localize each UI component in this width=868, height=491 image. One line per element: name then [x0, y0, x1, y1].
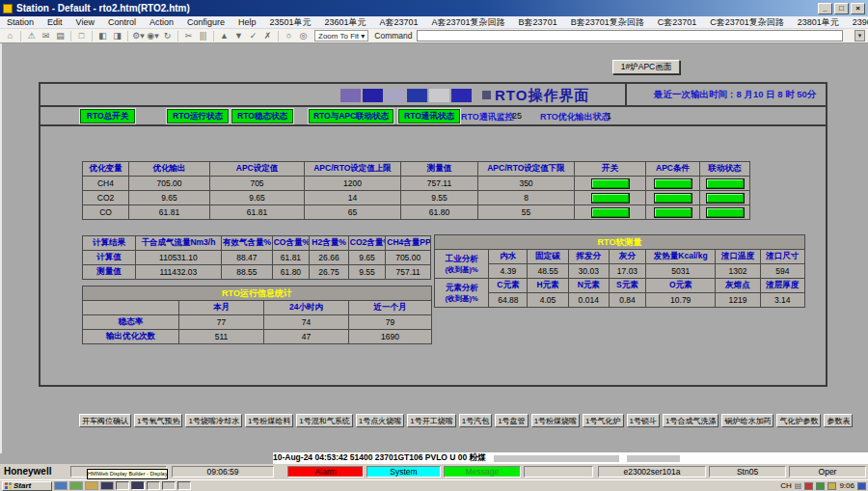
- status-square-3: [385, 89, 405, 102]
- quicklaunch-app-icon[interactable]: [100, 481, 114, 490]
- nav-bfw-dosing-button[interactable]: 锅炉给水加药: [721, 414, 773, 427]
- tray-network-icon[interactable]: [816, 482, 825, 490]
- gear-dropdown-icon[interactable]: ⚙▾: [132, 31, 145, 41]
- nav-gasifier-button[interactable]: 1号气化炉: [583, 414, 623, 427]
- menu-unit-23801[interactable]: 23801单元: [791, 16, 846, 29]
- close-button[interactable]: ×: [851, 3, 865, 14]
- taskbar-app-button[interactable]: [162, 481, 176, 490]
- command-label: Command: [374, 31, 412, 41]
- zoom-select[interactable]: Zoom To Fit ▾: [314, 30, 368, 41]
- lower-icon[interactable]: ▼: [232, 31, 245, 41]
- nav-coil-button[interactable]: 1号盘管: [495, 414, 528, 427]
- taskbar-app-button[interactable]: [147, 481, 160, 490]
- rto-steady-status-button[interactable]: RTO稳态状态: [231, 109, 293, 123]
- col-header: O元素: [646, 279, 716, 293]
- table-row: 稳态率 77 74 79: [83, 315, 432, 330]
- menu-unit-23901[interactable]: 23901单元: [846, 16, 868, 29]
- nav-burner-cooling-button[interactable]: 1号烧嘴冷却水: [185, 414, 241, 427]
- alarm-banner[interactable]: 10-Aug-24 04:53:42 51400 23701GT106 PVLO…: [273, 452, 868, 464]
- nav-startup-burner-button[interactable]: 1号开工烧嘴: [407, 414, 455, 427]
- switch-indicator[interactable]: [591, 178, 630, 189]
- nav-mixed-gas-button[interactable]: 1号混和气系统: [296, 414, 352, 427]
- switch-indicator[interactable]: [591, 207, 630, 218]
- switch-indicator[interactable]: [591, 193, 630, 204]
- menu-action[interactable]: Action: [143, 17, 180, 27]
- nav-coal-burner-button[interactable]: 1号粉煤烧嘴: [531, 414, 580, 427]
- menu-a-23701[interactable]: A套23701: [373, 16, 425, 29]
- furnace1-apc-screen-button[interactable]: 1#炉APC画面: [612, 60, 680, 74]
- optimization-table: 优化变量 优化输出 APC设定值 APC/RTO设定值上限 测量值 APC/RT…: [82, 161, 750, 220]
- tray-display-icon[interactable]: [857, 482, 866, 490]
- cancel-icon[interactable]: ✗: [261, 31, 274, 41]
- alarm-zone-button[interactable]: Alarm: [287, 466, 364, 477]
- find-icon[interactable]: ◎: [297, 31, 310, 41]
- col-header: 计算结果: [83, 236, 136, 251]
- command-input[interactable]: [417, 30, 843, 41]
- quicklaunch-folder-icon[interactable]: [85, 481, 98, 490]
- printer-icon[interactable]: ▤: [795, 481, 802, 490]
- nav-param-table-button[interactable]: 参数表: [824, 414, 853, 427]
- menu-control[interactable]: Control: [101, 17, 143, 27]
- menu-station[interactable]: Station: [0, 17, 41, 27]
- home-icon[interactable]: ⌂: [4, 31, 16, 41]
- menu-configure[interactable]: Configure: [180, 17, 231, 27]
- taskbar-display-builder-button[interactable]: [131, 481, 145, 490]
- menu-view[interactable]: View: [69, 17, 101, 27]
- message-summary-icon[interactable]: ✉: [40, 31, 52, 41]
- nav-steam-drum-button[interactable]: 1号汽包: [459, 414, 492, 427]
- col-header: 内水: [489, 250, 528, 264]
- clock-icon[interactable]: ○: [283, 31, 295, 41]
- message-zone-button[interactable]: Message: [444, 466, 521, 477]
- menu-b-23701[interactable]: B套23701: [512, 16, 564, 29]
- nav-ignition-burner-button[interactable]: 1号点火烧嘴: [356, 414, 404, 427]
- chevron-down-icon: ▾: [361, 32, 365, 41]
- col-header: 近一个月: [349, 301, 432, 315]
- refresh-icon[interactable]: ↻: [161, 31, 174, 41]
- system-zone-button[interactable]: System: [366, 466, 441, 477]
- quicklaunch-media-icon[interactable]: [69, 481, 83, 490]
- raise-icon[interactable]: ▲: [218, 31, 231, 41]
- taskbar-app-button[interactable]: [116, 481, 129, 490]
- columns-icon[interactable]: |||: [197, 31, 209, 41]
- input-language-indicator[interactable]: CH: [780, 481, 792, 490]
- menu-a-23701-complex[interactable]: A套23701复杂回路: [425, 16, 512, 29]
- cell: 757.11: [386, 265, 431, 280]
- print-icon[interactable]: ▤: [54, 31, 67, 41]
- link-status-indicator: [706, 193, 745, 204]
- menu-b-23701-complex[interactable]: B套23701复杂回路: [564, 16, 651, 29]
- menu-unit-23601[interactable]: 23601单元: [318, 16, 373, 29]
- nav-coal-feed-button[interactable]: 1号粉煤给料: [245, 414, 293, 427]
- alarm-summary-icon[interactable]: ⚠: [25, 31, 38, 41]
- taskbar-app-button[interactable]: [177, 481, 191, 490]
- nav-syngas-scrub-button[interactable]: 1号合成气洗涤: [663, 414, 719, 427]
- nav-oxygen-preheat-button[interactable]: 1号氧气预热: [134, 414, 182, 427]
- menu-c-23701[interactable]: C套23701: [651, 16, 704, 29]
- menu-c-23701-complex[interactable]: C套23701复杂回路: [703, 16, 791, 29]
- associated-display-icon[interactable]: ◨: [111, 31, 123, 41]
- quicklaunch-display-icon[interactable]: [54, 481, 68, 490]
- cell: 705: [210, 177, 305, 191]
- nav-valve-confirm-button[interactable]: 开车阀位确认: [79, 414, 131, 427]
- rto-apc-link-status-button[interactable]: RTO与APC联动状态: [309, 109, 393, 123]
- trend-dropdown-icon[interactable]: ◉▾: [147, 31, 159, 41]
- rto-comm-status-button[interactable]: RTO通讯状态: [398, 109, 460, 123]
- rto-master-switch-button[interactable]: RTO总开关: [80, 109, 135, 123]
- cut-icon[interactable]: ✂: [182, 31, 195, 41]
- maximize-button[interactable]: □: [834, 3, 849, 14]
- detail-display-icon[interactable]: ◧: [96, 31, 109, 41]
- nav-gasifier-params-button[interactable]: 气化炉参数: [776, 414, 821, 427]
- accept-icon[interactable]: ✓: [247, 31, 259, 41]
- col-header: 联动状态: [700, 162, 750, 177]
- command-dropdown-icon[interactable]: ▾: [854, 30, 865, 41]
- tray-alert-icon[interactable]: [804, 482, 813, 490]
- start-button[interactable]: Start: [2, 481, 52, 491]
- apc-condition-indicator: [654, 207, 692, 218]
- tray-status-icon[interactable]: [827, 482, 836, 490]
- nav-lock-hopper-button[interactable]: 1号锁斗: [627, 414, 660, 427]
- display-icon[interactable]: □: [75, 31, 88, 41]
- menu-help[interactable]: Help: [231, 17, 263, 27]
- minimize-button[interactable]: _: [818, 3, 832, 14]
- rto-run-status-button[interactable]: RTO运行状态: [167, 109, 229, 123]
- menu-unit-23501[interactable]: 23501单元: [262, 16, 317, 29]
- menu-edit[interactable]: Edit: [41, 17, 69, 27]
